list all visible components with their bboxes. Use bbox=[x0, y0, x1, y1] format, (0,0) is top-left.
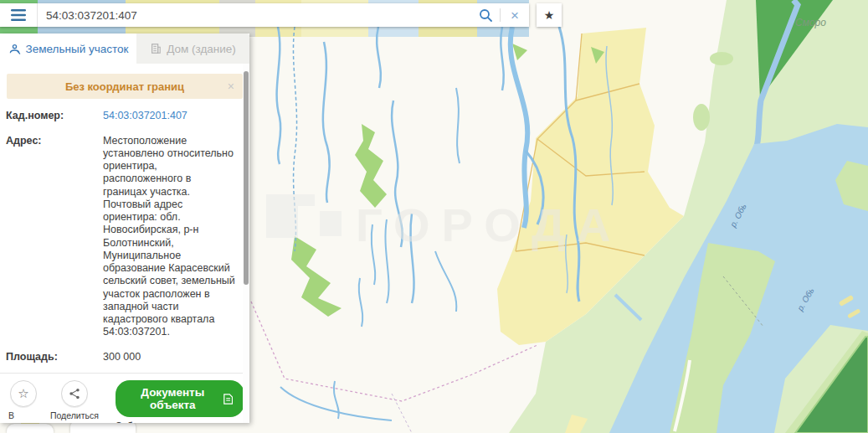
tab-building[interactable]: Дом (здание) bbox=[136, 34, 249, 64]
search-bar: × bbox=[0, 3, 529, 27]
banner-close-icon[interactable]: × bbox=[228, 80, 234, 93]
object-documents-button[interactable]: Документы объекта bbox=[116, 380, 244, 417]
scrollbar-thumb[interactable] bbox=[244, 71, 249, 285]
star-outline-icon: ☆ bbox=[18, 386, 28, 401]
address-value: Местоположение установлено относительно … bbox=[103, 135, 238, 339]
add-to-list-label: В список bbox=[8, 410, 39, 423]
search-input[interactable] bbox=[38, 9, 471, 22]
tab-land-parcel-label: Земельный участок bbox=[26, 43, 129, 55]
object-documents-label: Документы объекта bbox=[127, 386, 218, 411]
map-veg-blob bbox=[693, 104, 710, 131]
banner-text: Без координат границ bbox=[7, 80, 243, 93]
share-icon bbox=[69, 388, 80, 399]
favorites-button[interactable]: ★ bbox=[537, 3, 562, 27]
panel-content: Без координат границ × Кад.номер: 54:03:… bbox=[0, 64, 249, 423]
object-info-panel: Земельный участок Дом (здание) Без коорд… bbox=[0, 34, 249, 423]
tab-building-label: Дом (здание) bbox=[167, 43, 236, 55]
area-row: Площадь: 300 000 bbox=[0, 345, 249, 370]
map-label-village: Сморо bbox=[795, 17, 826, 28]
panel-scrollbar bbox=[243, 64, 249, 423]
cadastral-number-value[interactable]: 54:03:037201:407 bbox=[103, 110, 238, 123]
document-icon bbox=[223, 393, 233, 405]
share-button[interactable] bbox=[61, 380, 88, 407]
address-label: Адрес: bbox=[6, 135, 103, 339]
person-pin-icon bbox=[8, 43, 21, 55]
map-veg-blob bbox=[710, 52, 733, 65]
panel-tabs: Земельный участок Дом (здание) bbox=[0, 34, 249, 64]
star-icon: ★ bbox=[544, 8, 555, 22]
close-icon: × bbox=[511, 8, 519, 23]
cadastral-number-row: Кад.номер: 54:03:037201:407 bbox=[0, 104, 249, 129]
menu-button[interactable] bbox=[0, 3, 38, 27]
hamburger-icon bbox=[11, 9, 26, 21]
search-button[interactable] bbox=[471, 3, 500, 27]
area-label: Площадь: bbox=[6, 351, 103, 364]
share-label: Поделиться bbox=[50, 410, 99, 420]
tab-land-parcel[interactable]: Земельный участок bbox=[0, 34, 136, 64]
clear-search-button[interactable]: × bbox=[501, 3, 529, 27]
map-bottom-button-1[interactable] bbox=[7, 424, 54, 433]
building-icon bbox=[150, 43, 162, 54]
map-watermark-text: ГОРОДА bbox=[356, 198, 622, 251]
object-documents-caption: Собственник, стоимость и др. bbox=[116, 420, 244, 423]
actions-row: ☆ В список Поделиться Д bbox=[0, 374, 249, 423]
no-boundaries-banner: Без координат границ × bbox=[7, 74, 243, 99]
add-to-list-button[interactable]: ☆ bbox=[10, 380, 37, 407]
address-row: Адрес: Местоположение установлено относи… bbox=[0, 129, 249, 345]
area-value: 300 000 bbox=[103, 351, 238, 364]
cadastral-number-label: Кад.номер: bbox=[6, 110, 103, 123]
search-icon bbox=[479, 8, 492, 22]
